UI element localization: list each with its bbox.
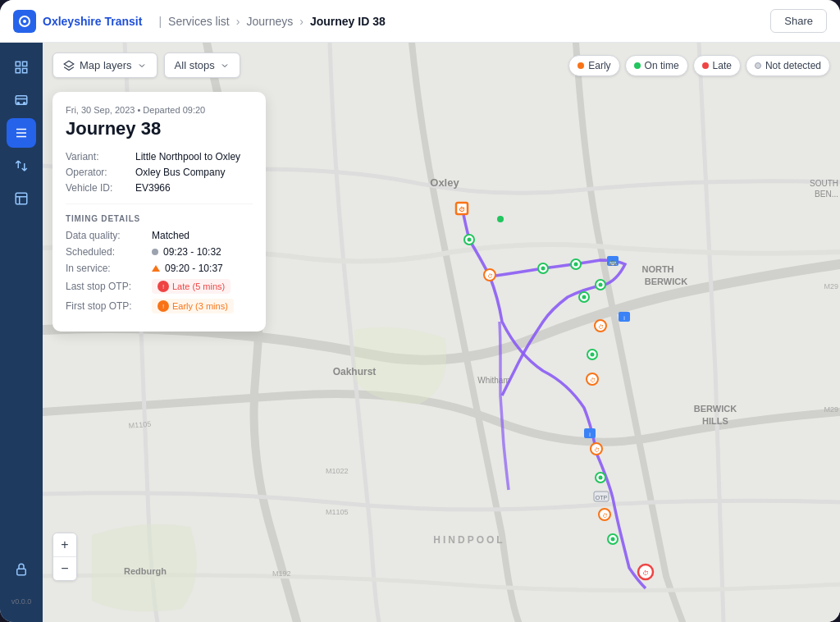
legend-late: Late [693,55,741,76]
variant-row: Variant: Little Northpool to Oxley [66,151,253,162]
last-stop-value: Late (5 mins) [172,281,225,291]
svg-text:M29: M29 [824,282,838,290]
on-time-label: On time [645,60,679,71]
first-stop-label: First stop OTP: [66,300,152,312]
not-detected-label: Not detected [765,60,821,71]
version-text: v0.0.0 [11,597,32,606]
vehicle-value: EV3966 [135,182,171,194]
stops-chevron-icon [220,61,230,71]
scheduled-row: Scheduled: 09:23 - 10:32 [66,246,253,258]
info-panel: Fri, 30 Sep, 2023 • Departed 09:20 Journ… [52,92,266,332]
data-quality-row: Data quality: Matched [66,230,253,241]
nav-data[interactable] [7,184,36,213]
nav-grid[interactable] [7,53,36,82]
zoom-out-button[interactable]: − [53,557,76,580]
top-bar: Oxleyshire Transit | Services list › Jou… [0,0,840,43]
svg-text:NORTH: NORTH [641,264,673,274]
svg-text:BEN...: BEN... [815,190,838,199]
breadcrumb-current: Journey ID 38 [310,15,386,28]
operator-row: Operator: Oxley Bus Company [66,167,253,178]
svg-text:M1022: M1022 [326,467,349,475]
in-service-row: In service: 09:20 - 10:37 [66,263,253,274]
org-name: Oxleyshire Transit [43,15,142,28]
legend-pills: Early On time Late Not detected [568,55,830,76]
svg-point-8 [17,103,19,104]
breadcrumb-services[interactable]: Services list [168,15,230,28]
svg-point-37 [468,238,472,242]
svg-text:⏱: ⏱ [590,377,596,383]
legend-not-detected: Not detected [746,55,830,76]
svg-rect-5 [23,69,27,73]
operator-label: Operator: [66,167,135,178]
data-quality-value: Matched [152,230,189,241]
svg-text:⏱: ⏱ [598,324,604,330]
svg-text:OTP: OTP [596,495,608,501]
map-controls: Map layers All stops Early [52,53,830,78]
variant-value: Little Northpool to Oxley [135,151,240,162]
svg-text:HINDPOOL: HINDPOOL [433,534,504,546]
svg-text:⏱: ⏱ [642,569,649,577]
breadcrumb-sep-1: | [158,15,162,28]
svg-point-69 [611,537,615,542]
first-stop-row: First stop OTP: ! Early (3 mins) [66,299,253,313]
breadcrumb-journeys[interactable]: Journeys [246,15,293,28]
early-dot [578,62,584,69]
nav-transfer[interactable] [7,151,36,181]
stops-label: All stops [175,59,215,71]
vehicle-row: Vehicle ID: EV3966 [66,182,253,194]
svg-text:🚌: 🚌 [609,258,617,266]
stops-dropdown[interactable]: All stops [164,53,240,78]
scheduled-label: Scheduled: [66,246,152,258]
svg-rect-2 [16,62,20,66]
svg-rect-13 [16,193,27,204]
nav-lock[interactable] [7,555,36,584]
in-service-value: 09:20 - 10:37 [165,263,223,274]
svg-point-63 [599,476,603,480]
svg-text:SOUTH: SOUTH [810,179,838,188]
first-stop-value: Early (3 mins) [172,301,228,311]
svg-point-43 [574,263,578,267]
legend-early: Early [568,55,619,76]
share-button[interactable]: Share [770,9,827,33]
late-label: Late [713,60,732,71]
legend-on-time: On time [625,55,688,76]
svg-text:HILLS: HILLS [702,416,728,426]
late-badge-icon: ! [158,281,169,292]
nav-bus[interactable] [7,85,36,115]
breadcrumb-arrow-1: › [236,15,240,28]
logo-area: Oxleyshire Transit [13,10,142,33]
svg-point-72 [497,216,504,222]
svg-text:M192: M192 [272,569,291,578]
scheduled-value: 09:23 - 10:32 [163,246,221,258]
in-service-triangle [152,265,160,272]
first-stop-badge: ! Early (3 mins) [152,299,234,313]
operator-value: Oxley Bus Company [135,167,225,178]
svg-text:M1105: M1105 [326,508,349,516]
svg-text:⏱: ⏱ [459,206,465,213]
svg-rect-14 [17,569,26,575]
svg-text:Whitham: Whitham [477,376,509,385]
svg-text:Oakhurst: Oakhurst [333,366,377,377]
svg-text:Redburgh: Redburgh [124,566,167,576]
svg-point-47 [599,283,603,287]
early-badge-icon: ! [158,300,169,312]
svg-point-41 [541,267,546,271]
divider [66,204,253,204]
map-layers-button[interactable]: Map layers [52,53,158,78]
last-stop-label: Last stop OTP: [66,281,152,292]
on-time-dot [634,62,641,69]
late-dot [702,62,709,69]
svg-point-49 [582,295,587,300]
logo-icon [13,10,36,33]
journey-date: Fri, 30 Sep, 2023 • Departed 09:20 [66,105,253,115]
in-service-label: In service: [66,263,152,274]
scheduled-dot [152,249,158,255]
svg-point-9 [24,103,25,104]
variant-label: Variant: [66,151,135,162]
early-label: Early [588,60,610,71]
last-stop-row: Last stop OTP: ! Late (5 mins) [66,279,253,294]
chevron-down-icon [137,61,147,71]
zoom-in-button[interactable]: + [53,533,76,556]
nav-list[interactable] [7,118,36,148]
map-container[interactable]: M1105 M1022 M1105 M192 M29 M29 62109 Oxl… [43,43,840,622]
